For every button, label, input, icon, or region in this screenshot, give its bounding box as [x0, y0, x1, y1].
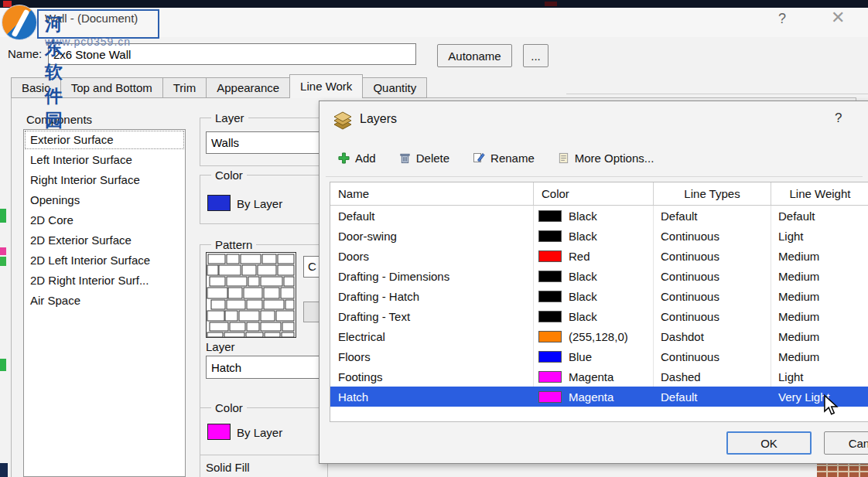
- layer-color-name: (255,128,0): [569, 330, 628, 343]
- layer-line-weight-cell[interactable]: Medium: [771, 326, 868, 346]
- layer-name-cell[interactable]: Footings: [330, 366, 534, 387]
- layer-line-type-cell[interactable]: Default: [654, 206, 771, 226]
- layer-row[interactable]: Drafting - Hatch Black Continuous Medium: [330, 286, 868, 306]
- layer-color-swatch[interactable]: [538, 311, 562, 322]
- layer-color-swatch[interactable]: [538, 331, 562, 342]
- layer-color-swatch[interactable]: [538, 230, 562, 242]
- layer-line-weight-cell[interactable]: Medium: [771, 306, 868, 326]
- list-item[interactable]: 2D Exterior Surface: [24, 230, 185, 250]
- layer-row[interactable]: Doors Red Continuous Medium: [330, 246, 868, 266]
- layer-name-cell[interactable]: Drafting - Dimensions: [330, 266, 534, 286]
- column-header-line-types[interactable]: Line Types: [654, 182, 771, 205]
- rename-layer-button[interactable]: Rename: [473, 152, 535, 165]
- list-item[interactable]: 2D Left Interior Surface: [24, 250, 185, 271]
- layer-line-weight-cell[interactable]: Very Light: [771, 387, 868, 407]
- layer-color-cell[interactable]: Black: [534, 306, 654, 326]
- list-item[interactable]: Left Interior Surface: [24, 150, 185, 170]
- tab[interactable]: Line Work: [289, 74, 363, 98]
- layer-color-cell[interactable]: Magenta: [534, 387, 654, 407]
- layer-color-cell[interactable]: (255,128,0): [534, 326, 654, 346]
- list-item[interactable]: Exterior Surface: [24, 130, 185, 150]
- close-icon[interactable]: ✕: [831, 8, 845, 28]
- layer-line-type-cell[interactable]: Continuous: [654, 246, 771, 266]
- column-header-line-weight[interactable]: Line Weight: [771, 182, 868, 205]
- layer-color-swatch[interactable]: [538, 371, 562, 383]
- layer-line-type-cell[interactable]: Continuous: [654, 306, 771, 326]
- layer-line-weight-cell[interactable]: Light: [771, 366, 868, 387]
- layer-name-cell[interactable]: Door-swing: [330, 226, 534, 246]
- layer-color-swatch[interactable]: [538, 210, 562, 222]
- layer-name-cell[interactable]: Doors: [330, 246, 534, 266]
- cancel-button[interactable]: Cancel: [824, 431, 868, 455]
- layer-color-swatch[interactable]: [538, 351, 562, 363]
- add-layer-button[interactable]: Add: [338, 152, 376, 165]
- ok-button[interactable]: OK: [726, 431, 812, 455]
- autoname-button[interactable]: Autoname: [437, 44, 512, 67]
- line-color-swatch[interactable]: [207, 195, 231, 211]
- layer-name-cell[interactable]: Floors: [330, 346, 534, 366]
- list-item[interactable]: Right Interior Surface: [24, 170, 185, 190]
- layer-color-cell[interactable]: Black: [534, 266, 654, 286]
- column-header-name[interactable]: Name: [330, 182, 534, 205]
- layers-help-icon[interactable]: ?: [835, 111, 842, 126]
- column-header-color[interactable]: Color: [534, 182, 654, 205]
- layer-line-weight-cell[interactable]: Default: [771, 206, 868, 226]
- layer-color-cell[interactable]: Blue: [534, 346, 654, 366]
- layer-row[interactable]: Drafting - Dimensions Black Continuous M…: [330, 266, 868, 286]
- layer-line-weight-cell[interactable]: Medium: [771, 266, 868, 286]
- layer-line-weight-cell[interactable]: Medium: [771, 346, 868, 366]
- tab[interactable]: Top and Bottom: [60, 77, 163, 98]
- layer-row[interactable]: Door-swing Black Continuous Light: [330, 226, 868, 246]
- help-icon[interactable]: ?: [778, 11, 786, 27]
- mouse-cursor-icon: [823, 394, 839, 416]
- layer-color-name: Magenta: [569, 390, 613, 404]
- layer-line-type-cell[interactable]: Dashed: [654, 366, 771, 387]
- list-item[interactable]: Openings: [24, 190, 185, 210]
- layer-color-cell[interactable]: Black: [534, 226, 654, 246]
- layer-line-type-cell[interactable]: Continuous: [654, 226, 771, 246]
- layer-line-type-cell[interactable]: Dashdot: [654, 326, 771, 346]
- layer-color-swatch[interactable]: [538, 250, 562, 262]
- delete-layer-button[interactable]: Delete: [399, 152, 449, 165]
- layer-line-weight-cell[interactable]: Light: [771, 226, 868, 246]
- layer-color-swatch[interactable]: [538, 291, 562, 302]
- list-item[interactable]: Air Space: [24, 291, 185, 311]
- layer-combo[interactable]: [206, 131, 323, 154]
- layer-line-type-cell[interactable]: Continuous: [654, 346, 771, 366]
- layer-color-swatch[interactable]: [538, 391, 562, 403]
- layer-line-type-cell[interactable]: Default: [654, 387, 771, 407]
- layer-row[interactable]: Floors Blue Continuous Medium: [330, 346, 868, 366]
- layer-line-weight-cell[interactable]: Medium: [771, 286, 868, 306]
- layer-name-cell[interactable]: Electrical: [330, 326, 534, 346]
- layer-row[interactable]: Footings Magenta Dashed Light: [330, 366, 868, 387]
- layer-row[interactable]: Electrical (255,128,0) Dashdot Medium: [330, 326, 868, 346]
- list-item[interactable]: 2D Right Interior Surf...: [24, 271, 185, 291]
- name-label: Name:: [8, 47, 42, 60]
- more-button[interactable]: ...: [523, 44, 548, 67]
- watermark-site-name: 河东软件园: [45, 12, 64, 132]
- layer-color-cell[interactable]: Red: [534, 246, 654, 266]
- components-list[interactable]: Exterior Surface Left Interior Surface R…: [23, 129, 186, 477]
- layer-color-cell[interactable]: Black: [534, 286, 654, 306]
- layer-row[interactable]: Drafting - Text Black Continuous Medium: [330, 306, 868, 326]
- layer-name-cell[interactable]: Drafting - Hatch: [330, 286, 534, 306]
- layer-color-name: Black: [569, 290, 597, 303]
- hatch-layer-field[interactable]: [206, 356, 322, 379]
- layer-color-cell[interactable]: Magenta: [534, 366, 654, 387]
- layer-line-type-cell[interactable]: Continuous: [654, 266, 771, 286]
- layer-line-weight-cell[interactable]: Medium: [771, 246, 868, 266]
- tab[interactable]: Appearance: [206, 77, 290, 98]
- layer-name-cell[interactable]: Drafting - Text: [330, 306, 534, 326]
- layer-line-type-cell[interactable]: Continuous: [654, 286, 771, 306]
- list-item[interactable]: 2D Core: [24, 210, 185, 230]
- layer-name-cell[interactable]: Hatch: [330, 387, 534, 407]
- layer-name-cell[interactable]: Default: [330, 206, 534, 226]
- layer-row[interactable]: Default Black Default Default: [330, 206, 868, 226]
- more-options-button[interactable]: More Options...: [558, 152, 654, 165]
- tab[interactable]: Trim: [162, 77, 207, 98]
- tab[interactable]: Quantity: [362, 77, 427, 98]
- layer-row[interactable]: Hatch Magenta Default Very Light: [330, 387, 868, 407]
- hatch-color-swatch[interactable]: [207, 424, 231, 440]
- layer-color-swatch[interactable]: [538, 271, 562, 282]
- layer-color-cell[interactable]: Black: [534, 206, 654, 226]
